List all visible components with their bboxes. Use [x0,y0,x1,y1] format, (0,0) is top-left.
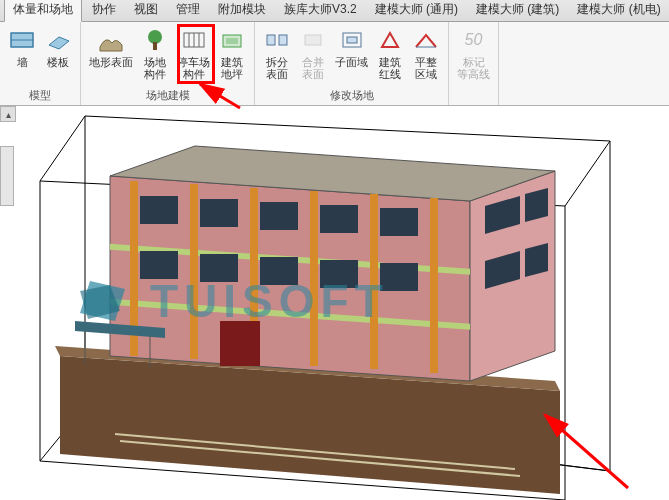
tab-collaborate[interactable]: 协作 [84,0,124,21]
svg-marker-3 [49,37,69,49]
terrain-icon [97,26,125,54]
svg-marker-17 [382,33,398,47]
tool-graded-region[interactable]: 平整 区域 [408,24,444,82]
group-contour: 50 标记 等高线 [449,22,499,105]
group-contour-label [453,101,494,105]
tool-floor[interactable]: 楼板 [40,24,76,70]
tool-property-line[interactable]: 建筑 红线 [372,24,408,82]
watermark-logo-icon [70,271,140,331]
tool-wall[interactable]: 墙 [4,24,40,70]
tool-graded-region-label: 平整 区域 [415,56,437,80]
svg-rect-41 [200,199,238,227]
tool-subregion-label: 子面域 [335,56,368,68]
tool-parking[interactable]: 停车场 构件 [173,24,214,82]
tool-terrain[interactable]: 地形表面 [85,24,137,70]
ribbon-panel: 墙 楼板 模型 地形表面 场地 构件 [0,22,669,106]
svg-rect-40 [140,196,178,224]
tool-building-pad[interactable]: 建筑 地坪 [214,24,250,82]
split-icon [263,26,291,54]
tool-split-surface[interactable]: 拆分 表面 [259,24,295,82]
tab-master-mep[interactable]: 建模大师 (机电) [569,0,668,21]
tool-parking-label: 停车场 构件 [177,56,210,80]
tool-floor-label: 楼板 [47,56,69,68]
tab-view[interactable]: 视图 [126,0,166,21]
viewport-3d[interactable]: ▴ [0,106,669,500]
tool-building-pad-label: 建筑 地坪 [221,56,243,80]
svg-rect-14 [305,35,321,45]
watermark-text: TUISOFT [150,274,389,328]
tool-merge-surface: 合并 表面 [295,24,331,82]
tool-site-component[interactable]: 场地 构件 [137,24,173,82]
contour-icon: 50 [460,26,488,54]
tab-addins[interactable]: 附加模块 [210,0,274,21]
svg-marker-56 [525,188,548,222]
group-model-label: 模型 [4,86,76,105]
tool-split-surface-label: 拆分 表面 [266,56,288,80]
group-model: 墙 楼板 模型 [0,22,81,105]
tool-merge-surface-label: 合并 表面 [302,56,324,80]
pad-icon [218,26,246,54]
tab-master-general[interactable]: 建模大师 (通用) [367,0,466,21]
tool-property-line-label: 建筑 红线 [379,56,401,80]
watermark: TUISOFT [70,271,389,331]
grade-icon [412,26,440,54]
svg-rect-11 [226,38,238,44]
svg-rect-42 [260,202,298,230]
svg-rect-39 [430,198,438,373]
ribbon-tabs: 体量和场地 协作 视图 管理 附加模块 族库大师V3.2 建模大师 (通用) 建… [0,0,669,22]
merge-icon [299,26,327,54]
wall-icon [8,26,36,54]
tab-manage[interactable]: 管理 [168,0,208,21]
floor-icon [44,26,72,54]
tree-icon [141,26,169,54]
tab-master-arch[interactable]: 建模大师 (建筑) [468,0,567,21]
group-modify-site: 拆分 表面 合并 表面 子面域 建筑 红线 [255,22,449,105]
tool-wall-label: 墙 [17,56,28,68]
tab-massing-site[interactable]: 体量和场地 [4,0,82,22]
propline-icon [376,26,404,54]
tool-label-contours: 50 标记 等高线 [453,24,494,82]
svg-rect-43 [320,205,358,233]
svg-rect-13 [279,35,287,45]
group-modify-site-label: 修改场地 [259,86,444,105]
svg-rect-16 [347,37,357,43]
group-site-model: 地形表面 场地 构件 停车场 构件 建筑 地坪 场地建模 [81,22,255,105]
group-site-model-label: 场地建模 [85,86,250,105]
tab-family-lib[interactable]: 族库大师V3.2 [276,0,365,21]
tool-subregion[interactable]: 子面域 [331,24,372,70]
parking-icon [180,26,208,54]
svg-point-4 [148,30,162,44]
svg-rect-5 [153,42,157,50]
tool-label-contours-label: 标记 等高线 [457,56,490,80]
tool-terrain-label: 地形表面 [89,56,133,68]
svg-marker-57 [525,243,548,277]
tool-site-component-label: 场地 构件 [144,56,166,80]
svg-rect-44 [380,208,418,236]
svg-rect-12 [267,35,275,45]
subregion-icon [338,26,366,54]
